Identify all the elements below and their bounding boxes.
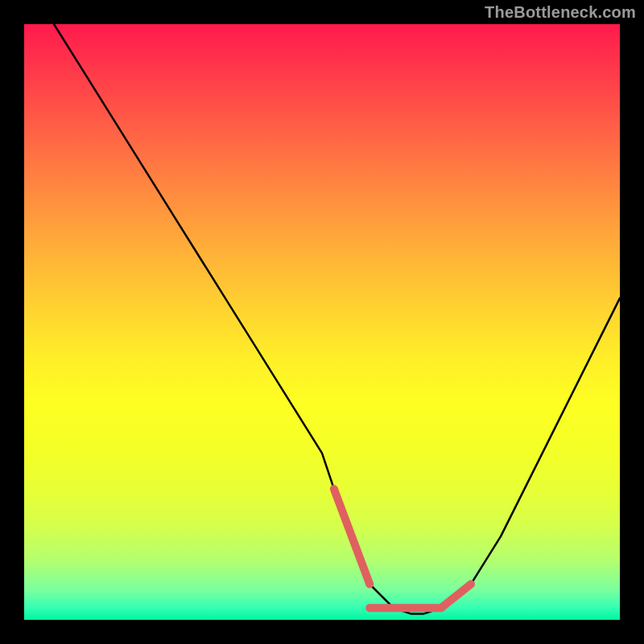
watermark-text: TheBottleneck.com	[485, 3, 636, 22]
highlight-group	[334, 489, 471, 608]
highlight-segment	[441, 584, 471, 609]
plot-area	[24, 24, 620, 620]
highlight-segment	[334, 489, 369, 584]
chart-frame: TheBottleneck.com	[0, 0, 644, 644]
bottleneck-curve	[24, 24, 620, 620]
curve-path	[54, 24, 620, 614]
